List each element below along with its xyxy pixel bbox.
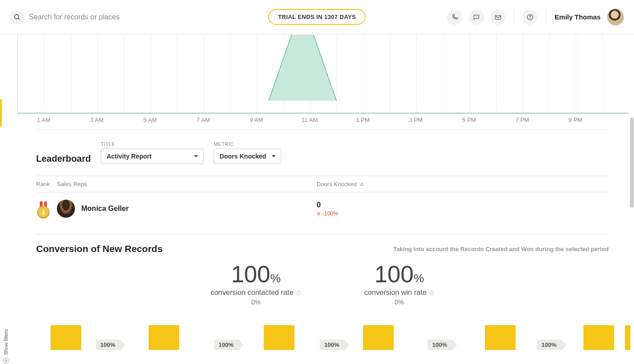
phone-icon[interactable]	[447, 9, 462, 25]
gridline	[230, 35, 231, 113]
time-label: 3 PM	[409, 117, 423, 123]
col-metric[interactable]: Doors Knocked	[317, 181, 609, 187]
funnel-bar	[583, 325, 614, 350]
metric-change: -100%	[317, 210, 338, 217]
funnel-tag: 100%	[428, 340, 452, 350]
svg-point-4	[530, 18, 531, 19]
title-dropdown-value: Activity Report	[107, 153, 152, 160]
chart-peak	[269, 35, 336, 101]
title-filter: TITLE Activity Report	[101, 141, 204, 164]
metric-filter: METRIC Doors Knocked	[214, 141, 281, 164]
funnel-bar	[264, 325, 294, 350]
gridline	[44, 35, 45, 113]
contacted-rate-value: 100	[231, 261, 270, 287]
search-icon[interactable]	[10, 10, 24, 24]
svg-point-5	[3, 358, 9, 364]
gridline	[496, 35, 497, 113]
gridline	[416, 35, 417, 113]
header-bar: TRIAL ENDS IN 1307 DAYS Emily Thomas	[0, 0, 634, 34]
time-label: 11 AM	[301, 117, 318, 123]
gridline	[523, 35, 523, 113]
conversion-stats: 100% conversion contacted rate 0% 100% c…	[36, 262, 609, 306]
chevron-down-icon	[271, 154, 276, 159]
gridline	[602, 35, 603, 113]
gridline	[71, 35, 71, 113]
pct-symbol: %	[414, 271, 424, 285]
gridline	[177, 35, 177, 113]
help-icon[interactable]	[522, 9, 538, 25]
show-filters-tab[interactable]: Show filters	[0, 329, 12, 364]
mail-icon[interactable]	[490, 9, 506, 25]
metric-dropdown-value: Doors Knocked	[219, 153, 266, 160]
svg-marker-6	[269, 35, 336, 101]
gridline	[150, 35, 151, 113]
chevron-right-icon	[3, 358, 9, 364]
win-rate-value: 100	[374, 261, 414, 287]
conversion-title: Conversion of New Records	[36, 243, 163, 254]
time-label: 1 AM	[37, 117, 51, 123]
rep-avatar	[57, 200, 75, 218]
leaderboard-header-row: Rank Sales Reps Doors Knocked	[36, 176, 609, 192]
chart-baseline	[18, 112, 629, 113]
gridline	[124, 35, 124, 113]
metric-cell: 0 -100%	[317, 201, 609, 217]
leaderboard-table: Rank Sales Reps Doors Knocked 1 Monica G…	[36, 176, 609, 225]
win-rate-label: conversion win rate	[364, 289, 434, 297]
metric-dropdown[interactable]: Doors Knocked	[214, 149, 281, 164]
conversion-header: Conversion of New Records Taking into ac…	[36, 243, 609, 254]
time-label: 1 PM	[356, 117, 369, 123]
avatar[interactable]	[607, 9, 624, 26]
triangle-down-icon	[317, 212, 321, 216]
table-row[interactable]: 1 Monica Geller 0 -100%	[36, 192, 609, 225]
funnel-bar	[149, 325, 179, 350]
gridline	[257, 35, 257, 113]
time-label: 9 AM	[250, 117, 263, 123]
chat-icon[interactable]	[469, 9, 484, 25]
svg-rect-2	[495, 15, 501, 19]
pct-symbol: %	[270, 271, 280, 285]
conversion-funnel: 100%100%100%100%100%	[42, 318, 609, 350]
main-content: 1 AM3 AM5 AM7 AM9 AM11 AM1 PM3 PM5 PM7 P…	[14, 35, 631, 364]
funnel-tag: 100%	[537, 340, 562, 350]
metric-filter-label: METRIC	[214, 141, 281, 147]
gridline	[336, 35, 337, 113]
gridline	[443, 35, 443, 113]
title-dropdown[interactable]: Activity Report	[101, 149, 204, 164]
svg-point-9	[298, 291, 298, 292]
col-metric-label: Doors Knocked	[317, 181, 357, 187]
info-icon[interactable]	[296, 290, 301, 295]
gridline	[576, 35, 576, 113]
funnel-tag: 100%	[214, 340, 239, 350]
funnel-tag: 100%	[96, 340, 121, 350]
rank-cell: 1	[36, 201, 57, 216]
time-label: 7 PM	[515, 117, 529, 123]
funnel-bar	[363, 325, 394, 350]
metric-value: 0	[317, 201, 338, 210]
contacted-rate-delta: 0%	[210, 299, 301, 306]
info-icon[interactable]	[429, 290, 434, 295]
show-filters-label: Show filters	[3, 329, 9, 355]
sidebar-accent	[0, 99, 2, 126]
win-rate-stat: 100% conversion win rate 0%	[364, 262, 434, 306]
contacted-rate-label: conversion contacted rate	[210, 289, 301, 297]
trial-badge[interactable]: TRIAL ENDS IN 1307 DAYS	[268, 9, 366, 25]
time-label: 9 PM	[569, 117, 582, 123]
col-rank: Rank	[36, 181, 57, 187]
rep-name: Monica Geller	[81, 205, 129, 213]
medal-icon: 1	[36, 201, 51, 216]
header-right: Emily Thomas	[447, 9, 624, 26]
funnel-bar	[51, 325, 81, 350]
gridline	[390, 35, 390, 113]
title-filter-label: TITLE	[101, 141, 204, 147]
time-label: 5 AM	[144, 117, 157, 123]
divider	[546, 9, 546, 25]
leaderboard-section: Leaderboard TITLE Activity Report METRIC…	[14, 130, 631, 234]
funnel-tag: 100%	[320, 340, 345, 350]
rep-cell: Monica Geller	[57, 200, 317, 218]
search-input[interactable]	[29, 13, 164, 21]
leaderboard-title: Leaderboard	[36, 154, 91, 164]
username[interactable]: Emily Thomas	[555, 13, 601, 21]
funnel-bar	[485, 325, 516, 350]
search-wrap	[10, 10, 164, 24]
col-reps: Sales Reps	[57, 181, 317, 187]
